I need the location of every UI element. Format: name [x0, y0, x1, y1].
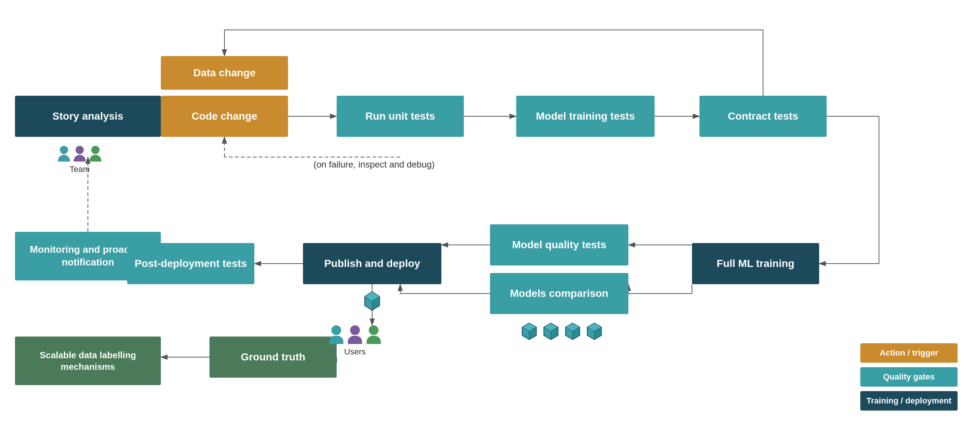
model-quality-box: Model quality tests: [490, 224, 628, 265]
code-change-label: Code change: [191, 109, 257, 123]
data-change-box: Data change: [161, 56, 288, 90]
scalable-labelling-box: Scalable data labelling mechanisms: [15, 336, 161, 385]
cube-publish-icon: [363, 290, 382, 314]
legend: Action / trigger Quality gates Training …: [860, 343, 958, 411]
user-icon-3: [367, 325, 381, 344]
model-quality-label: Model quality tests: [512, 238, 606, 252]
post-deployment-box: Post-deployment tests: [127, 243, 255, 284]
model-training-tests-label: Model training tests: [536, 109, 635, 123]
story-analysis-box: Story analysis: [15, 96, 161, 137]
legend-quality-gates: Quality gates: [860, 367, 958, 387]
users-label: Users: [344, 347, 366, 357]
users-icons: [329, 325, 381, 344]
team-group: Team: [58, 146, 101, 174]
post-deployment-label: Post-deployment tests: [135, 257, 247, 270]
legend-action-trigger: Action / trigger: [860, 343, 958, 363]
full-ml-training-box: Full ML training: [692, 243, 819, 284]
contract-tests-label: Contract tests: [728, 109, 798, 123]
user-icon-1: [329, 325, 344, 344]
run-unit-tests-label: Run unit tests: [366, 109, 435, 123]
models-cubes: [520, 322, 604, 342]
model-training-tests-box: Model training tests: [516, 96, 655, 137]
data-change-label: Data change: [193, 66, 256, 80]
person-icon-2: [74, 146, 86, 162]
models-comparison-label: Models comparison: [510, 287, 609, 300]
ground-truth-box: Ground truth: [210, 336, 337, 377]
publish-deploy-label: Publish and deploy: [324, 257, 420, 270]
person-icon-1: [58, 146, 70, 162]
on-failure-label: (on failure, inspect and debug): [262, 159, 486, 170]
user-icon-2: [348, 325, 362, 344]
diagram-container: Story analysis Data change Code change R…: [0, 0, 980, 433]
full-ml-training-label: Full ML training: [717, 257, 794, 270]
team-icons: [58, 146, 101, 162]
story-analysis-label: Story analysis: [52, 109, 123, 123]
users-group: Users: [329, 325, 381, 357]
models-comparison-box: Models comparison: [490, 273, 628, 314]
contract-tests-box: Contract tests: [700, 96, 827, 137]
code-change-box: Code change: [161, 96, 288, 137]
publish-deploy-box: Publish and deploy: [303, 243, 441, 284]
run-unit-tests-box: Run unit tests: [337, 96, 464, 137]
legend-training-deployment: Training / deployment: [860, 391, 958, 411]
scalable-labelling-label: Scalable data labelling mechanisms: [21, 349, 155, 373]
ground-truth-label: Ground truth: [241, 351, 305, 364]
person-icon-3: [89, 146, 101, 162]
team-label: Team: [70, 165, 90, 174]
